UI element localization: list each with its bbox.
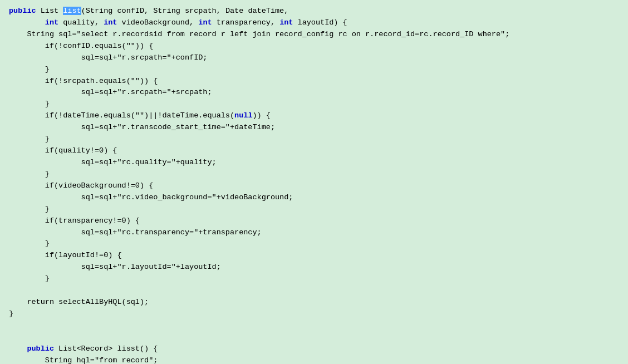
code-line: }	[9, 273, 619, 285]
code-line: if(videoBackground!=0) {	[9, 180, 619, 192]
code-line: if(layoutId!=0) {	[9, 250, 619, 262]
code-line: if(!confID.equals("")) {	[9, 41, 619, 52]
code-line: String hql="from record";	[9, 355, 619, 364]
code-line	[9, 285, 619, 297]
code-line: if(!dateTime.equals("")||!dateTime.equal…	[9, 110, 619, 122]
code-line: sql=sql+"r.layoutId="+layoutId;	[9, 262, 619, 273]
code-line: int quality, int videoBackground, int tr…	[9, 17, 619, 29]
code-line: }	[9, 238, 619, 250]
code-line: sql=sql+"r.srcpath="+confID;	[9, 52, 619, 64]
code-line: }	[9, 64, 619, 76]
code-line: sql=sql+"rc.quality="+quality;	[9, 157, 619, 169]
code-line: }	[9, 169, 619, 180]
code-line: }	[9, 99, 619, 110]
code-line: public List list(String confID, String s…	[9, 6, 619, 17]
code-line: }	[9, 204, 619, 215]
code-line: return selectAllByHQL(sql);	[9, 297, 619, 308]
code-line: if(!srcpath.equals("")) {	[9, 76, 619, 87]
code-line: public List<Record> lisst() {	[9, 343, 619, 355]
code-line: String sql="select r.recordsid from reco…	[9, 29, 619, 41]
code-line: sql=sql+"r.srcpath="+srcpath;	[9, 87, 619, 99]
code-line: if(transparency!=0) {	[9, 215, 619, 227]
code-viewer: public List list(String confID, String s…	[0, 0, 628, 364]
code-line	[9, 320, 619, 332]
code-line: }	[9, 134, 619, 145]
code-line: sql=sql+"r.transcode_start_time="+dateTi…	[9, 122, 619, 134]
code-line: sql=sql+"rc.transparency="+transparency;	[9, 227, 619, 239]
code-line: if(quality!=0) {	[9, 145, 619, 157]
code-line: sql=sql+"rc.video_background="+videoBack…	[9, 192, 619, 204]
code-line	[9, 332, 619, 343]
code-line: }	[9, 308, 619, 320]
